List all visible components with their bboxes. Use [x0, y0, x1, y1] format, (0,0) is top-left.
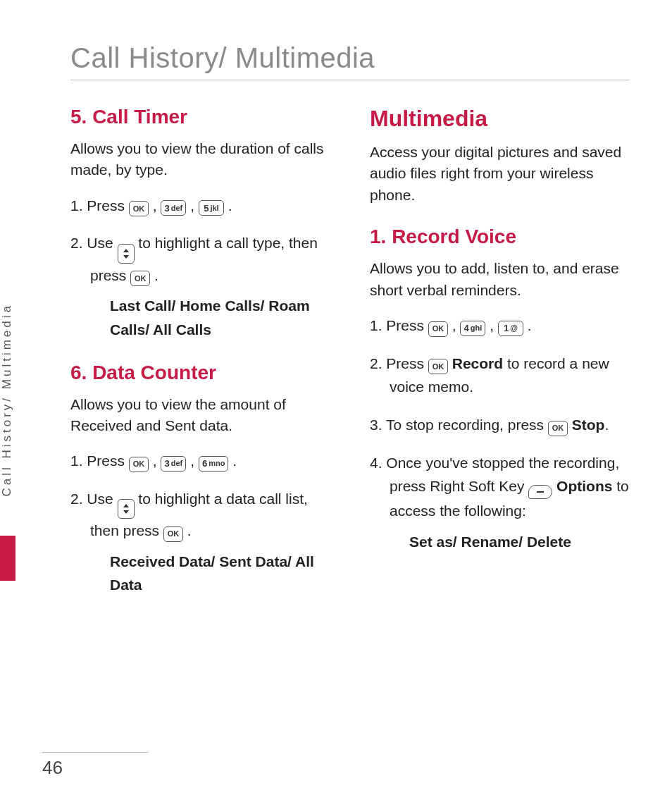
call-timer-step-1: 1. Press OK , 3def , 5jkl .: [70, 194, 330, 218]
multimedia-desc: Access your digital pictures and saved a…: [370, 142, 630, 206]
record-voice-options: Set as/ Rename/ Delete: [390, 530, 630, 554]
key-5-icon: 5jkl: [199, 200, 224, 216]
ok-key-icon: OK: [428, 321, 448, 337]
right-column: Multimedia Access your digital pictures …: [370, 106, 630, 611]
nav-up-down-icon: [118, 499, 135, 519]
footer-rule: [42, 752, 148, 753]
header-rule: [70, 80, 630, 80]
side-tab-accent: [0, 536, 15, 581]
record-voice-step-1: 1. Press OK , 4ghi , 1@ .: [370, 314, 630, 338]
call-timer-steps: 1. Press OK , 3def , 5jkl . 2. Use to hi…: [70, 194, 330, 342]
data-counter-desc: Allows you to view the amount of Receive…: [70, 394, 330, 437]
data-counter-steps: 1. Press OK , 3def , 6mno . 2. Use to hi…: [70, 449, 330, 597]
ok-key-icon: OK: [428, 359, 448, 374]
left-column: 5. Call Timer Allows you to view the dur…: [70, 106, 330, 611]
ok-key-icon: OK: [130, 271, 150, 286]
data-counter-heading: 6. Data Counter: [70, 362, 330, 384]
key-3-icon: 3def: [161, 200, 186, 216]
key-3-icon: 3def: [161, 456, 186, 472]
ok-key-icon: OK: [129, 457, 149, 472]
side-tab-label: Call History/ Multimedia: [0, 303, 14, 497]
key-6-icon: 6mno: [199, 456, 228, 472]
key-4-icon: 4ghi: [460, 321, 485, 336]
ok-key-icon: OK: [129, 201, 149, 216]
page-footer: 46: [42, 752, 630, 779]
ok-key-icon: OK: [163, 526, 183, 542]
page-number: 46: [42, 757, 630, 779]
data-counter-options: Received Data/ Sent Data/ All Data: [90, 550, 330, 597]
record-voice-desc: Allows you to add, listen to, and erase …: [370, 258, 630, 301]
call-timer-options: Last Call/ Home Calls/ Roam Calls/ All C…: [90, 294, 330, 341]
ok-key-icon: OK: [548, 421, 568, 436]
record-voice-heading: 1. Record Voice: [370, 226, 630, 248]
multimedia-heading: Multimedia: [370, 106, 630, 132]
nav-up-down-icon: [118, 244, 135, 264]
record-voice-steps: 1. Press OK , 4ghi , 1@ . 2. Press OK Re…: [370, 314, 630, 553]
record-voice-step-3: 3. To stop recording, press OK Stop.: [370, 413, 630, 437]
data-counter-step-1: 1. Press OK , 3def , 6mno .: [70, 449, 330, 473]
content-columns: 5. Call Timer Allows you to view the dur…: [70, 106, 630, 611]
data-counter-step-2: 2. Use to highlight a data call list, th…: [70, 487, 330, 597]
record-voice-step-2: 2. Press OK Record to record a new voice…: [370, 352, 630, 399]
key-1-icon: 1@: [498, 321, 523, 336]
right-soft-key-icon: [528, 485, 552, 499]
call-timer-step-2: 2. Use to highlight a call type, then pr…: [70, 231, 330, 341]
page-title: Call History/ Multimedia: [70, 42, 630, 74]
manual-page: Call History/ Multimedia Call History/ M…: [0, 0, 672, 807]
call-timer-desc: Allows you to view the duration of calls…: [70, 138, 330, 181]
call-timer-heading: 5. Call Timer: [70, 106, 330, 128]
record-voice-step-4: 4. Once you've stopped the recording, pr…: [370, 451, 630, 554]
